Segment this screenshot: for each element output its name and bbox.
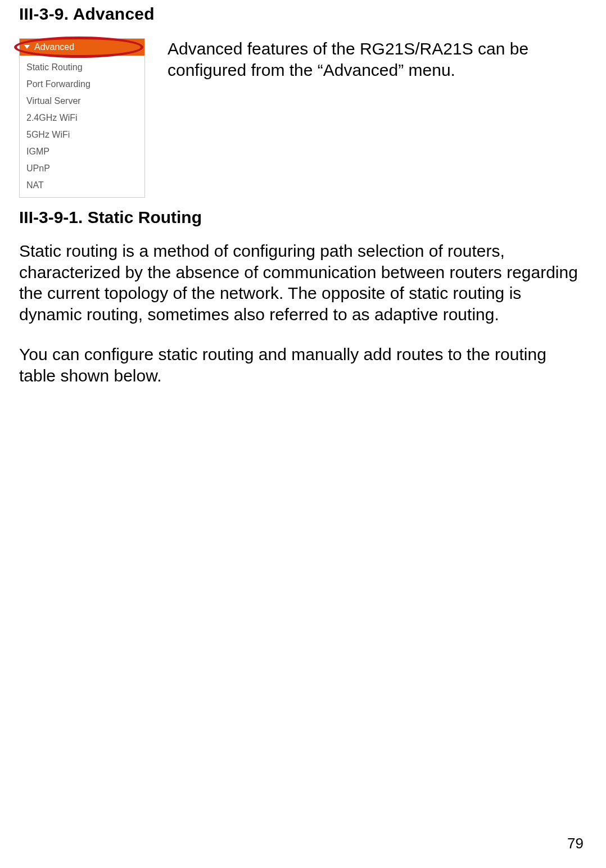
menu-item-igmp[interactable]: IGMP (20, 143, 144, 160)
menu-item-5ghz-wifi[interactable]: 5GHz WiFi (20, 126, 144, 143)
menu-item-virtual-server[interactable]: Virtual Server (20, 93, 144, 110)
advanced-menu: Advanced Static Routing Port Forwarding … (19, 38, 145, 198)
intro-paragraph: Advanced features of the RG21S/RA21S can… (168, 38, 584, 80)
page: III-3-9. Advanced Advanced Static Routin… (0, 0, 606, 868)
page-number: 79 (567, 835, 584, 852)
menu-item-static-routing[interactable]: Static Routing (20, 59, 144, 76)
menu-item-nat[interactable]: NAT (20, 177, 144, 194)
subsection-heading: III-3-9-1. Static Routing (19, 208, 584, 227)
body-paragraph-2: You can configure static routing and man… (19, 344, 584, 386)
menu-item-upnp[interactable]: UPnP (20, 160, 144, 177)
menu-item-port-forwarding[interactable]: Port Forwarding (20, 76, 144, 93)
menu-header-advanced[interactable]: Advanced (20, 39, 144, 56)
intro-row: Advanced Static Routing Port Forwarding … (19, 38, 584, 198)
chevron-down-icon (24, 45, 30, 49)
section-heading: III-3-9. Advanced (19, 4, 584, 24)
menu-item-24ghz-wifi[interactable]: 2.4GHz WiFi (20, 110, 144, 126)
body-paragraph-1: Static routing is a method of configurin… (19, 240, 584, 325)
menu-header-wrap: Advanced (20, 39, 144, 59)
